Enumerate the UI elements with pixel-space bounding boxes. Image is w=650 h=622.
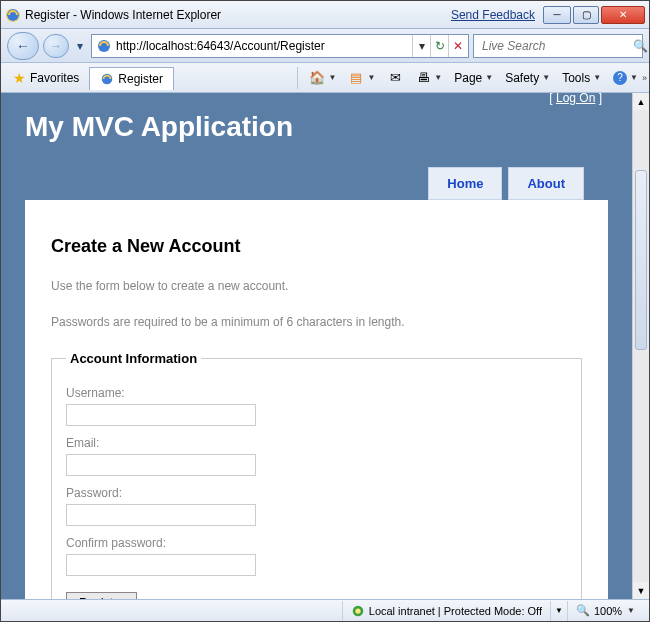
stop-button[interactable]: ✕ [448,35,466,57]
search-button-icon[interactable]: 🔍 [633,39,648,53]
scroll-down-button[interactable]: ▼ [633,582,649,599]
page-menu[interactable]: Page▼ [449,68,498,88]
tab-label: Register [118,72,163,86]
username-input[interactable] [66,404,256,426]
refresh-icon: ↻ [435,39,445,53]
maximize-button[interactable]: ▢ [573,6,599,24]
page-heading: Create a New Account [51,236,582,257]
tools-menu[interactable]: Tools▼ [557,68,606,88]
username-label: Username: [66,386,567,400]
url-input[interactable] [114,36,412,56]
window-title: Register - Windows Internet Explorer [25,8,221,22]
separator [297,67,298,89]
chevron-down-icon: ▼ [555,606,563,615]
search-input[interactable] [482,36,633,56]
read-mail-button[interactable]: ✉ [382,67,408,89]
close-button[interactable]: ✕ [601,6,645,24]
password-label: Password: [66,486,567,500]
print-button[interactable]: 🖶▼ [410,67,447,89]
stop-icon: ✕ [453,39,463,53]
recent-pages-dropdown[interactable]: ▾ [73,32,87,60]
password-note: Passwords are required to be a minimum o… [51,315,582,329]
send-feedback-link[interactable]: Send Feedback [451,8,535,22]
minimize-button[interactable]: ─ [543,6,571,24]
safety-menu[interactable]: Safety▼ [500,68,555,88]
status-bar: Local intranet | Protected Mode: Off ▼ 🔍… [1,599,649,621]
address-dropdown[interactable]: ▾ [412,35,430,57]
account-fieldset: Account Information Username: Email: Pas… [51,351,582,599]
zoom-level: 100% [594,605,622,617]
zone-text: Local intranet | Protected Mode: Off [369,605,542,617]
scroll-thumb[interactable] [635,170,647,350]
zone-icon [351,604,365,618]
viewport: [ Log On ] My MVC Application Home About… [1,93,649,599]
feeds-button[interactable]: ▤▼ [343,67,380,89]
mail-icon: ✉ [387,70,403,86]
page-menu-label: Page [454,71,482,85]
safety-menu-label: Safety [505,71,539,85]
tab-ie-icon [100,72,114,86]
rss-icon: ▤ [348,70,364,86]
site-title: My MVC Application [25,111,608,143]
email-input[interactable] [66,454,256,476]
home-icon: 🏠 [309,70,325,86]
vertical-scrollbar[interactable]: ▲ ▼ [632,93,649,599]
address-bar: ▾ ↻ ✕ [91,34,469,58]
page-ie-icon [96,38,112,54]
main-nav: Home About [25,167,608,200]
print-icon: 🖶 [415,70,431,86]
main-content: Create a New Account Use the form below … [25,200,608,599]
search-box: 🔍 [473,34,643,58]
security-zone[interactable]: Local intranet | Protected Mode: Off [342,601,550,621]
password-input[interactable] [66,504,256,526]
confirm-password-input[interactable] [66,554,256,576]
log-on-link[interactable]: Log On [556,93,595,105]
confirm-label: Confirm password: [66,536,567,550]
arrow-left-icon: ← [16,38,30,54]
help-icon: ? [613,71,627,85]
scroll-up-button[interactable]: ▲ [633,93,649,110]
home-button[interactable]: 🏠▼ [304,67,341,89]
intro-text: Use the form below to create a new accou… [51,279,582,293]
zoom-icon: 🔍 [576,604,590,617]
logon-bracket-open: [ [549,93,556,105]
ie-icon [5,7,21,23]
star-icon: ★ [13,70,26,86]
logon-bracket-close: ] [595,93,602,105]
email-label: Email: [66,436,567,450]
navigation-bar: ← → ▾ ▾ ↻ ✕ 🔍 [1,29,649,63]
svg-point-9 [355,608,360,613]
command-bar: ★ Favorites Register 🏠▼ ▤▼ ✉ 🖶▼ Page▼ Sa… [1,63,649,93]
back-button[interactable]: ← [7,32,39,60]
logon-area: [ Log On ] [549,93,602,105]
protected-mode-toggle[interactable]: ▼ [550,601,567,621]
forward-button[interactable]: → [43,34,69,58]
nav-about[interactable]: About [508,167,584,200]
help-button[interactable]: ?▼ [608,68,643,88]
zoom-control[interactable]: 🔍 100% ▼ [567,601,643,621]
scroll-track[interactable] [633,110,649,582]
favorites-label: Favorites [30,71,79,85]
fieldset-legend: Account Information [66,351,201,366]
browser-tab[interactable]: Register [89,67,174,90]
toolbar-overflow-icon[interactable]: » [642,73,647,83]
refresh-button[interactable]: ↻ [430,35,448,57]
nav-home[interactable]: Home [428,167,502,200]
chevron-down-icon: ▼ [627,606,635,615]
page-content: [ Log On ] My MVC Application Home About… [1,93,632,599]
favorites-button[interactable]: ★ Favorites [7,68,85,88]
tools-menu-label: Tools [562,71,590,85]
window-titlebar: Register - Windows Internet Explorer Sen… [1,1,649,29]
window-buttons: ─ ▢ ✕ [543,6,645,24]
register-button[interactable]: Register [66,592,137,599]
arrow-right-icon: → [50,39,62,53]
